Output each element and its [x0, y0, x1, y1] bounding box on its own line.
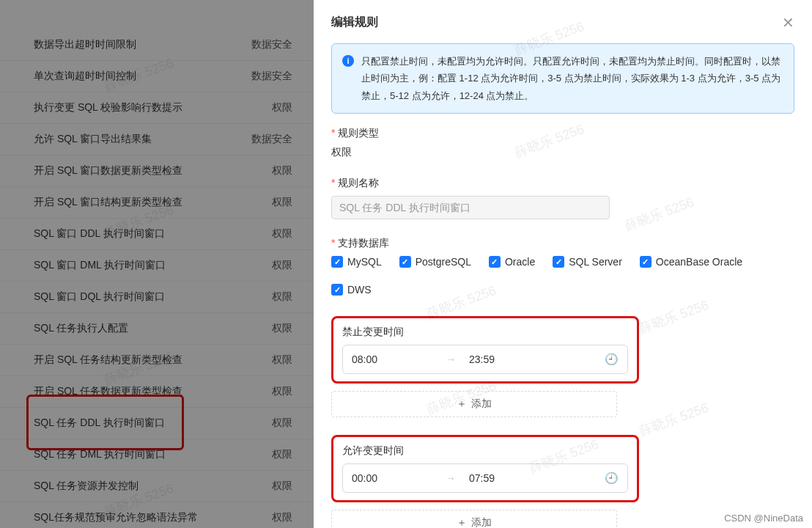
db-checkbox-sqlserver[interactable]: ✓SQL Server [553, 256, 622, 268]
rule-name-input[interactable]: SQL 任务 DDL 执行时间窗口 [331, 196, 610, 219]
edit-rule-drawer: 编辑规则 ✕ i 只配置禁止时间，未配置均为允许时间。只配置允许时间，未配置均为… [314, 0, 812, 528]
arrow-right-icon: → [446, 353, 456, 365]
db-label-text: SQL Server [569, 256, 622, 268]
forbid-time-section: 禁止变更时间 08:00 → 23:59 🕘 [331, 316, 639, 384]
db-label-text: Oracle [505, 256, 535, 268]
db-label-text: DWS [347, 284, 372, 296]
plus-icon: ＋ [457, 516, 467, 528]
db-checkbox-dws[interactable]: ✓DWS [331, 284, 372, 296]
db-checkbox-mysql[interactable]: ✓MySQL [331, 256, 382, 268]
page-footer: CSDN @NineData [724, 513, 803, 524]
checkbox-icon: ✓ [331, 256, 343, 268]
checkbox-icon: ✓ [331, 284, 343, 296]
forbid-time-range[interactable]: 08:00 → 23:59 🕘 [342, 345, 628, 374]
add-label: 添加 [471, 397, 492, 411]
allow-time-label: 允许变更时间 [342, 444, 628, 458]
db-label-text: MySQL [347, 256, 382, 268]
rule-type-value: 权限 [331, 146, 794, 159]
add-label: 添加 [471, 516, 492, 528]
plus-icon: ＋ [457, 397, 467, 411]
add-allow-button[interactable]: ＋添加 [331, 510, 617, 528]
rule-name-label: 规则名称 [331, 177, 794, 190]
info-text: 只配置禁止时间，未配置均为允许时间。只配置允许时间，未配置均为禁止时间。同时配置… [361, 53, 783, 104]
allow-end-time: 07:59 [469, 472, 550, 484]
info-icon: i [342, 55, 354, 67]
checkbox-icon: ✓ [553, 256, 564, 268]
checkbox-icon: ✓ [489, 256, 501, 268]
allow-time-range[interactable]: 00:00 → 07:59 🕘 [342, 463, 628, 493]
db-checkbox-oracle[interactable]: ✓Oracle [489, 256, 535, 268]
forbid-start-time: 08:00 [352, 353, 432, 365]
allow-time-section: 允许变更时间 00:00 → 07:59 🕘 [331, 435, 639, 502]
db-label: 支持数据库 [331, 237, 794, 250]
forbid-time-label: 禁止变更时间 [342, 326, 628, 339]
db-checkbox-oceanbase[interactable]: ✓OceanBase Oracle [640, 256, 742, 268]
add-forbid-button[interactable]: ＋添加 [331, 391, 617, 417]
db-checkbox-postgresql[interactable]: ✓PostgreSQL [399, 256, 471, 268]
db-label-text: OceanBase Oracle [656, 256, 742, 268]
db-label-text: PostgreSQL [416, 256, 471, 268]
clock-icon: 🕘 [605, 472, 619, 485]
database-checkbox-group: ✓MySQL ✓PostgreSQL ✓Oracle ✓SQL Server ✓… [331, 256, 794, 296]
drawer-title: 编辑规则 [331, 15, 378, 30]
close-icon[interactable]: ✕ [782, 15, 794, 30]
forbid-end-time: 23:59 [469, 353, 550, 365]
rule-type-label: 规则类型 [331, 127, 794, 140]
allow-start-time: 00:00 [352, 472, 432, 484]
checkbox-icon: ✓ [399, 256, 411, 268]
checkbox-icon: ✓ [640, 256, 652, 268]
arrow-right-icon: → [446, 472, 456, 484]
info-alert: i 只配置禁止时间，未配置均为允许时间。只配置允许时间，未配置均为禁止时间。同时… [331, 43, 794, 114]
clock-icon: 🕘 [605, 353, 619, 366]
